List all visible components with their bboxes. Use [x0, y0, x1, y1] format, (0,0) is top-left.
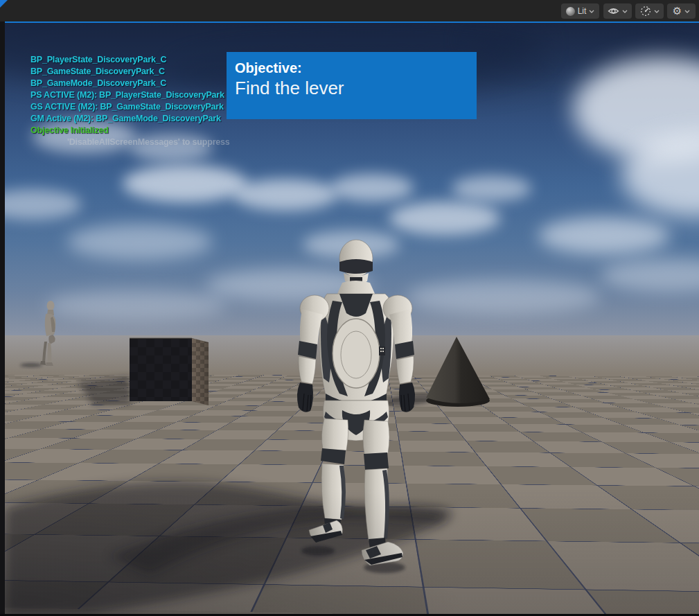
eye-icon	[608, 7, 619, 15]
view-mode-label: Lit	[578, 6, 587, 16]
visibility-button[interactable]	[603, 3, 632, 19]
game-viewport[interactable]: BP_PlayerState_DiscoveryPark_C BP_GameSt…	[5, 23, 699, 614]
debug-message: Objective Initialized	[30, 125, 230, 137]
debug-message: BP_PlayerState_DiscoveryPark_C	[30, 54, 230, 66]
viewport-toolbar: Lit ⚙	[0, 0, 699, 21]
debug-message: BP_GameMode_DiscoveryPark_C	[30, 78, 230, 89]
chevron-down-icon	[622, 10, 628, 13]
debug-message: GS ACTIVE (M2): BP_GameState_DiscoveryPa…	[30, 101, 230, 113]
debug-message: PS ACTIVE (M2): BP_PlayerState_Discovery…	[30, 89, 230, 101]
lit-sphere-icon	[566, 7, 575, 16]
unreal-pie-window: { "toolbar": { "view_mode_button": { "la…	[0, 0, 699, 616]
settings-button[interactable]: ⚙	[667, 3, 696, 19]
dark-cube	[78, 338, 209, 405]
debug-message: GM Active (M2): BP_GameMode_DiscoveryPar…	[30, 113, 230, 125]
debug-message: BP_GameState_DiscoveryPark_C	[30, 66, 230, 78]
player-mannequin	[284, 237, 423, 570]
viewport-corner-marker	[0, 0, 8, 8]
view-mode-button[interactable]: Lit	[561, 3, 599, 19]
debug-message-list: BP_PlayerState_DiscoveryPark_C BP_GameSt…	[30, 54, 230, 148]
mannequin-body	[297, 240, 415, 565]
chevron-down-icon	[654, 10, 660, 13]
objective-widget: Objective: Find the lever	[227, 52, 477, 119]
gauge-icon	[640, 6, 651, 17]
viewport-left-edge	[0, 21, 5, 616]
gear-icon: ⚙	[673, 6, 682, 17]
objective-body: Find the lever	[235, 77, 468, 99]
performance-button[interactable]	[635, 3, 664, 19]
debug-message-suppress-hint: 'DisableAllScreenMessages' to suppress	[67, 137, 230, 148]
distant-mannequin	[20, 301, 55, 367]
chevron-down-icon	[589, 10, 594, 13]
chevron-down-icon	[684, 10, 690, 13]
objective-title: Objective:	[235, 59, 468, 77]
